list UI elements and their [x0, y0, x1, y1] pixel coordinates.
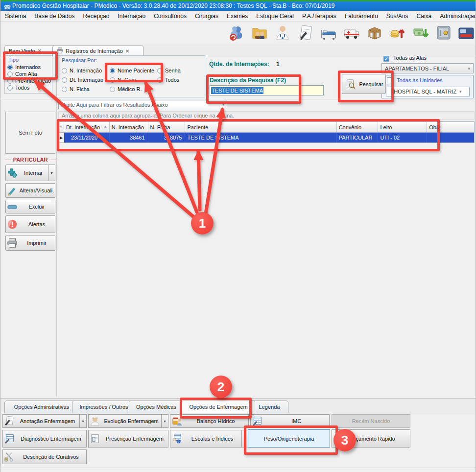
- descricao-curativos-button[interactable]: Descrição de Curativos: [2, 449, 87, 464]
- menu-faturamento[interactable]: Faturamento: [345, 13, 378, 20]
- excluir-button[interactable]: Excluir: [5, 200, 55, 213]
- radio-senha-circle[interactable]: [157, 68, 163, 73]
- todas-as-alas-checkbox[interactable]: ✓ Todas as Alas: [383, 55, 427, 62]
- menu-caixa[interactable]: Caixa: [417, 13, 432, 20]
- sync-users-icon[interactable]: [227, 23, 246, 43]
- safe-icon[interactable]: [434, 23, 453, 43]
- radio-internados-circle[interactable]: [7, 65, 13, 70]
- admission-doc-icon[interactable]: [296, 23, 315, 43]
- alertas-button[interactable]: Alertas: [5, 215, 55, 233]
- menu-exames[interactable]: Exames: [227, 13, 248, 20]
- radio-todos-tipo-circle[interactable]: [7, 85, 13, 91]
- stock-box-icon[interactable]: [365, 23, 384, 43]
- radio-n-guia[interactable]: N. Guia: [110, 77, 136, 83]
- close-icon[interactable]: ✕: [125, 48, 129, 54]
- tab-opcoes-medicas[interactable]: Opções Médicas: [129, 401, 184, 413]
- balanco-hidrico-button[interactable]: Balanço Hídrico: [170, 414, 249, 428]
- peso-oxigenoterapia-button[interactable]: Peso/Oxigenoterapia: [248, 429, 330, 448]
- filter-results-input[interactable]: Digite Aqui para Filtrar os Resultados A…: [58, 100, 227, 109]
- evolucao-enfermagem-button[interactable]: Evolução Enfermagem ▼: [88, 414, 168, 428]
- tab-bem-vindo-label: Bem Vindo: [9, 48, 35, 54]
- hospital-bed-icon[interactable]: [319, 23, 338, 43]
- internar-dropdown-arrow[interactable]: ▼: [48, 165, 55, 181]
- menu-base-de-dados[interactable]: Base de Dados: [34, 13, 74, 20]
- menu-administracao[interactable]: Administração: [440, 13, 476, 20]
- menu-consultorios[interactable]: Consultórios: [154, 13, 187, 20]
- column-header-n-internacao[interactable]: N. Internação: [110, 122, 148, 133]
- alterar-visualizar-button[interactable]: Alterar/Visuali.: [5, 183, 55, 198]
- group-by-hint-bar[interactable]: Arraste uma coluna aqui para agrupa-la. …: [58, 111, 475, 120]
- anotacao-dropdown-arrow[interactable]: ▼: [79, 415, 86, 427]
- prescricao-enfermagem-button[interactable]: Prescrição Enfermagem: [88, 430, 168, 448]
- anotacao-enfermagem-button[interactable]: Anotação Enfermagem ▼: [2, 414, 87, 428]
- unidade-select[interactable]: HOSPITAL SQL - MATRIZ ▾: [386, 87, 470, 96]
- radio-pre-internacao-circle[interactable]: [7, 78, 13, 84]
- imprimir-button[interactable]: Imprimir: [5, 235, 55, 251]
- pesquisar-button[interactable]: Pesquisar: [342, 74, 386, 94]
- cell-convenio: PARTICULAR: [337, 133, 379, 142]
- column-header-leito[interactable]: Leito: [378, 122, 427, 133]
- doctor-icon[interactable]: [273, 23, 292, 43]
- table-row[interactable]: ▶ 23/11/2020 38461 318075 TESTE DE SISTE…: [59, 133, 474, 142]
- internar-button[interactable]: Internar ▼: [5, 165, 55, 181]
- radio-senha[interactable]: Senha: [157, 68, 181, 73]
- checkbox-unchecked[interactable]: [387, 77, 393, 83]
- menu-estoque-geral[interactable]: Estoque Geral: [256, 13, 294, 20]
- tab-opcoes-administrativas[interactable]: Opções Adminstrativas: [4, 401, 79, 413]
- escalas-dropdown-arrow[interactable]: ▼: [241, 430, 248, 447]
- menu-recepcao[interactable]: Recepção: [83, 13, 109, 20]
- radio-dt-internacao[interactable]: Dt. Internação: [62, 77, 103, 83]
- grid-pen-icon: [3, 433, 16, 445]
- diagnostico-enfermagem-button[interactable]: Diagnóstico Enfermagem: [2, 430, 87, 448]
- radio-n-internacao-label: N. Internação: [70, 68, 102, 73]
- radio-n-ficha-circle[interactable]: [62, 87, 67, 92]
- tab-registros-internacao[interactable]: Registros de Internação ✕: [52, 45, 143, 56]
- close-icon[interactable]: ✕: [38, 48, 42, 53]
- evolucao-dropdown-arrow[interactable]: ▼: [161, 415, 168, 427]
- menu-internacao[interactable]: Internação: [118, 13, 145, 20]
- radio-com-alta[interactable]: Com Alta: [5, 70, 52, 77]
- descricao-pesquisa-input[interactable]: TESTE DE SISTEMA: [210, 85, 324, 95]
- radio-com-alta-circle[interactable]: [7, 71, 13, 77]
- menu-sistema[interactable]: Sistema: [5, 13, 26, 20]
- tab-legenda[interactable]: Legenda: [250, 401, 288, 413]
- menu-cirurgias[interactable]: Cirurgias: [195, 13, 218, 20]
- radio-medico-r-circle[interactable]: [110, 87, 115, 92]
- ambulance-icon[interactable]: [342, 23, 361, 43]
- alas-select[interactable]: APARTAMENTOS - FILIAL ▾: [381, 63, 474, 73]
- column-header-paciente[interactable]: Paciente: [185, 122, 336, 133]
- radio-n-internacao-circle[interactable]: [62, 68, 67, 73]
- radio-todos-tipo[interactable]: Todos: [5, 84, 52, 91]
- finance-up-icon[interactable]: [388, 23, 407, 43]
- radio-pre-internacao[interactable]: Pré-Internação: [5, 77, 52, 84]
- tab-bem-vindo[interactable]: Bem Vindo ✕: [4, 45, 56, 56]
- checkbox-checked-icon[interactable]: ✓: [383, 56, 389, 62]
- radio-nome-paciente[interactable]: Nome Paciente: [110, 68, 154, 73]
- cash-register-icon[interactable]: [457, 23, 476, 43]
- column-header-obs[interactable]: Obs.: [427, 122, 474, 133]
- column-header-convenio-label: Convênio: [339, 124, 361, 130]
- qtde-internacoes-label: Qtde. de Internações:: [209, 61, 269, 68]
- radio-todos-pesquisa-circle[interactable]: [157, 77, 163, 83]
- radio-medico-r[interactable]: Médico R.: [110, 86, 142, 92]
- tab-opcoes-enfermagem[interactable]: Opções de Enfermagem: [182, 400, 255, 413]
- imc-button[interactable]: IMC: [250, 414, 330, 428]
- escalas-indices-button[interactable]: ? Escalas e Índices ▼: [170, 430, 249, 448]
- column-header-convenio[interactable]: Convênio: [337, 122, 379, 133]
- menu-sus-ans[interactable]: Sus/Ans: [386, 13, 408, 20]
- radio-n-internacao[interactable]: N. Internação: [62, 68, 102, 73]
- todas-as-unidades-checkbox[interactable]: Todas as Unidades: [382, 75, 473, 83]
- menu-pa-terapias[interactable]: P.A./Terapias: [302, 13, 336, 20]
- radio-nome-paciente-circle[interactable]: [110, 68, 115, 73]
- radio-n-ficha[interactable]: N. Ficha: [62, 86, 90, 92]
- patients-folder-icon[interactable]: [250, 23, 269, 43]
- radio-dt-internacao-circle[interactable]: [62, 77, 67, 83]
- radio-n-guia-circle[interactable]: [110, 77, 115, 83]
- tab-impressoes-outros[interactable]: Impressões / Outros: [72, 401, 136, 413]
- column-header-dt-internacao[interactable]: Dt. Internação ▲: [64, 122, 110, 133]
- lancamento-rapido-button[interactable]: Lançamento Rápido: [332, 429, 410, 448]
- column-header-n-ficha[interactable]: N. Ficha: [148, 122, 186, 133]
- radio-todos-pesquisa[interactable]: Todos: [157, 77, 179, 83]
- money-down-icon[interactable]: [411, 23, 430, 43]
- radio-internados[interactable]: Internados: [5, 63, 52, 70]
